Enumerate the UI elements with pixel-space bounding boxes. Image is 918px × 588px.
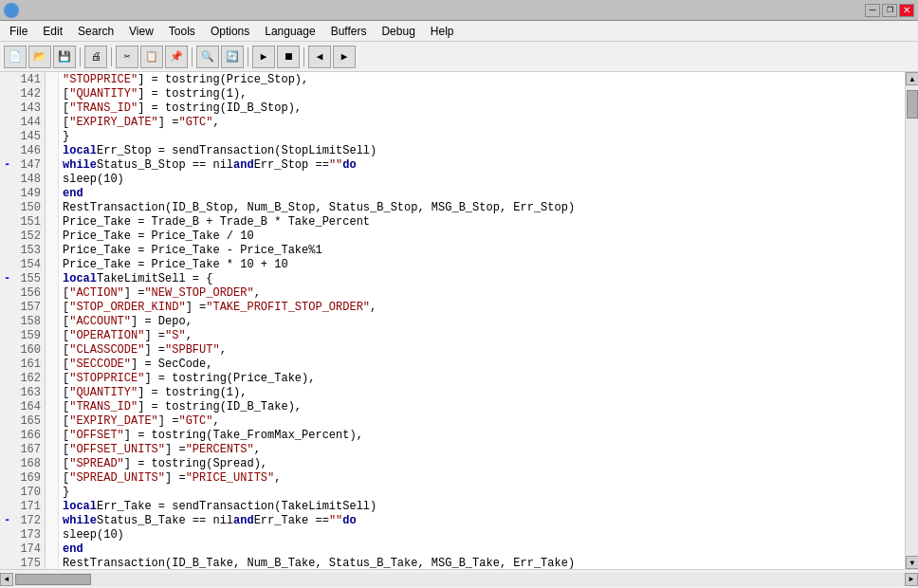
fold-165 [46,413,58,428]
fold-143 [46,101,58,115]
code-line-167: ["OFFSET_UNITS"] = "PERCENTS", [59,442,905,456]
scroll-down-arrow[interactable]: ▼ [906,556,918,569]
line-number-151: 151 [0,214,45,229]
code-area[interactable]: "STOPPRICE"] = tostring(Price_Stop), ["Q… [59,72,905,569]
line-number-161: 161 [0,357,45,371]
line-number-160: 160 [0,342,45,357]
line-number-154: 154 [0,257,45,271]
h-scroll-thumb[interactable] [15,574,91,585]
line-numbers: 1411421431441451461471481491501511521531… [0,72,46,569]
menu-item-file[interactable]: File [2,23,35,40]
fold-160 [46,342,58,357]
app-icon [4,3,19,18]
fold-141 [46,72,58,86]
code-line-154: Price_Take = Price_Take * 10 + 10 [59,257,905,271]
code-line-146: local Err_Stop = sendTransaction(StopLim… [59,143,905,157]
fold-142 [46,86,58,101]
scroll-thumb[interactable] [907,90,918,119]
code-line-158: ["ACCOUNT"] = Depo, [59,314,905,328]
fold-157 [46,300,58,314]
line-number-147: 147 [0,157,45,172]
close-button[interactable]: ✕ [899,4,914,17]
menu-item-tools[interactable]: Tools [161,23,203,40]
code-line-173: sleep(10) [59,527,905,542]
code-line-155: local TakeLimitSell = { [59,271,905,285]
code-line-170: } [59,485,905,499]
paste-button[interactable]: 📌 [165,46,188,68]
menu-item-debug[interactable]: Debug [374,23,422,40]
fold-168 [46,456,58,470]
line-number-152: 152 [0,229,45,243]
restore-button[interactable]: ❐ [882,4,897,17]
code-line-166: ["OFFSET"] = tostring(Take_FromMax_Perce… [59,428,905,442]
editor-container: 1411421431441451461471481491501511521531… [0,72,918,569]
line-number-148: 148 [0,172,45,186]
code-line-143: ["TRANS_ID"] = tostring(ID_B_Stop), [59,101,905,115]
line-number-172: 172 [0,513,45,527]
print-button[interactable]: 🖨 [84,46,107,68]
line-number-162: 162 [0,371,45,385]
replace-button[interactable]: 🔄 [221,46,244,68]
prev-button[interactable]: ◀ [308,46,331,68]
code-line-169: ["SPREAD_UNITS"] = "PRICE_UNITS", [59,470,905,485]
code-line-163: ["QUANTITY"] = tostring(1), [59,385,905,399]
fold-margin [46,72,59,569]
code-line-168: ["SPREAD"] = tostring(Spread), [59,456,905,470]
new-button[interactable]: 📄 [4,46,27,68]
menu-item-edit[interactable]: Edit [35,23,70,40]
h-scroll-track[interactable] [13,573,905,586]
code-line-149: end [59,186,905,200]
code-line-151: Price_Take = Trade_B + Trade_B * Take_Pe… [59,214,905,229]
sep4 [248,47,248,66]
menu-item-search[interactable]: Search [70,23,121,40]
code-line-171: local Err_Take = sendTransaction(TakeLim… [59,499,905,513]
line-number-167: 167 [0,442,45,456]
run-button[interactable]: ▶ [252,46,275,68]
menu-item-language[interactable]: Language [257,23,322,40]
line-number-146: 146 [0,143,45,157]
menu-item-help[interactable]: Help [423,23,462,40]
scroll-up-arrow[interactable]: ▲ [906,72,918,85]
code-line-156: ["ACTION"] = "NEW_STOP_ORDER", [59,285,905,300]
code-line-159: ["OPERATION"] = "S", [59,328,905,342]
scroll-left-arrow[interactable]: ◄ [0,573,13,586]
horizontal-scrollbar[interactable]: ◄ ► [0,570,918,588]
fold-166 [46,428,58,442]
line-number-141: 141 [0,72,45,86]
code-line-174: end [59,542,905,556]
minimize-button[interactable]: ─ [865,4,880,17]
cut-button[interactable]: ✂ [116,46,138,68]
menu-item-view[interactable]: View [121,23,161,40]
copy-button[interactable]: 📋 [140,46,163,68]
find-button[interactable]: 🔍 [196,46,219,68]
scroll-right-arrow[interactable]: ► [905,573,918,586]
next-button2[interactable]: ▶ [333,46,356,68]
line-number-142: 142 [0,86,45,101]
line-number-170: 170 [0,485,45,499]
fold-158 [46,314,58,328]
open-button[interactable]: 📂 [28,46,51,68]
sep5 [303,47,304,66]
vertical-scrollbar[interactable]: ▲ ▼ [905,72,918,569]
menu-bar: FileEditSearchViewToolsOptionsLanguageBu… [0,21,918,42]
menu-item-buffers[interactable]: Buffers [323,23,375,40]
fold-173 [46,527,58,542]
line-number-150: 150 [0,200,45,214]
fold-162 [46,371,58,385]
stop-button[interactable]: ⏹ [277,46,300,68]
code-line-157: ["STOP_ORDER_KIND"] = "TAKE_PROFIT_STOP_… [59,300,905,314]
menu-item-options[interactable]: Options [203,23,257,40]
fold-167 [46,442,58,456]
line-number-157: 157 [0,300,45,314]
title-bar-left [4,3,23,18]
scroll-track[interactable] [906,85,918,556]
fold-161 [46,357,58,371]
title-bar-controls: ─ ❐ ✕ [865,4,914,17]
fold-144 [46,115,58,129]
code-line-147: while Status_B_Stop == nil and Err_Stop … [59,157,905,172]
line-number-143: 143 [0,101,45,115]
line-number-173: 173 [0,527,45,542]
line-number-171: 171 [0,499,45,513]
code-line-141: "STOPPRICE"] = tostring(Price_Stop), [59,72,905,86]
save-button[interactable]: 💾 [53,46,76,68]
